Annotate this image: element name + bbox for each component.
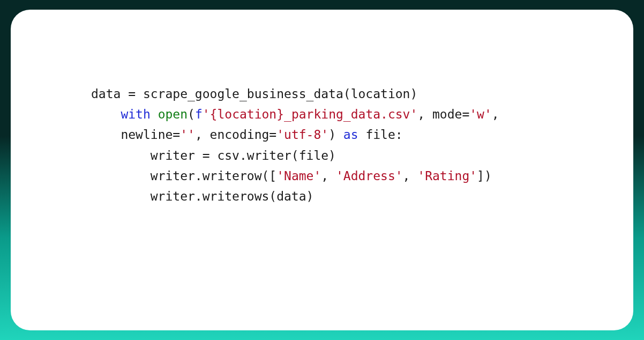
keyword-with: with bbox=[121, 107, 150, 121]
code-line-2: with open(f'{location}_parking_data.csv'… bbox=[91, 107, 499, 121]
code-line-6: writer.writerows(data) bbox=[91, 189, 313, 203]
string-mode: 'w' bbox=[469, 107, 492, 121]
code-line-3: newline='', encoding='utf-8') as file: bbox=[91, 128, 403, 142]
string-rating: 'Rating' bbox=[417, 169, 477, 183]
string-name: 'Name' bbox=[276, 169, 321, 183]
string-path: '{location}_parking_data.csv' bbox=[203, 107, 418, 121]
string-encoding: 'utf-8' bbox=[276, 128, 328, 142]
builtin-open: open bbox=[158, 107, 188, 121]
string-newline: '' bbox=[180, 128, 195, 142]
code-line-4: writer = csv.writer(file) bbox=[91, 149, 336, 162]
keyword-as: as bbox=[343, 128, 358, 142]
code-line-5: writer.writerow(['Name', 'Address', 'Rat… bbox=[91, 169, 492, 183]
code-line-1: data = scrape_google_business_data(locat… bbox=[91, 87, 417, 101]
f-string-prefix: f bbox=[195, 107, 203, 121]
code-block: data = scrape_google_business_data(locat… bbox=[91, 84, 499, 206]
code-card: data = scrape_google_business_data(locat… bbox=[11, 10, 633, 330]
string-address: 'Address' bbox=[336, 169, 403, 183]
